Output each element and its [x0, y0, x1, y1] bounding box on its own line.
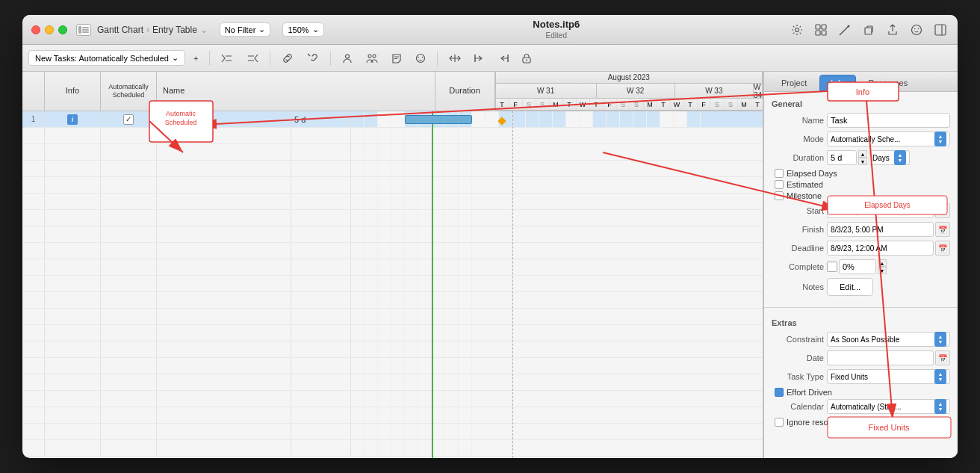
- link-button[interactable]: [276, 50, 299, 67]
- task-type-dropdown-arrow[interactable]: ▲ ▼: [934, 369, 946, 384]
- indent-right-button[interactable]: [216, 50, 238, 67]
- constraint-calendar-button[interactable]: 📅: [935, 350, 950, 365]
- task-row-empty-6[interactable]: [22, 210, 351, 226]
- cell-name-1[interactable]: Task: [157, 111, 291, 127]
- duration-field-row: Duration 5 d ▲ ▼ Days ▲: [772, 150, 950, 165]
- align-right-button[interactable]: [493, 51, 514, 66]
- complete-checkbox[interactable]: [827, 262, 837, 272]
- tab-info[interactable]: Info: [819, 75, 855, 91]
- breadcrumb-gantt[interactable]: Gantt Chart: [97, 25, 143, 35]
- note-button[interactable]: [386, 50, 407, 67]
- constraint-date-input[interactable]: [827, 350, 934, 365]
- elapsed-days-checkbox[interactable]: [775, 169, 784, 178]
- ignore-resource-checkbox[interactable]: [775, 418, 784, 427]
- task-row-empty-9[interactable]: [22, 259, 351, 276]
- constraint-dropdown-arrow[interactable]: ▲ ▼: [934, 332, 946, 347]
- task-row-empty-10[interactable]: [22, 276, 351, 292]
- name-input[interactable]: [827, 113, 950, 128]
- smiley-button[interactable]: [410, 50, 431, 67]
- task-row-empty-19[interactable]: [22, 424, 351, 440]
- task-row-empty-17[interactable]: [22, 391, 351, 407]
- unlink-button[interactable]: [302, 50, 324, 67]
- cell-auto-1[interactable]: ✓: [101, 111, 157, 127]
- auto-checkbox-1[interactable]: ✓: [123, 114, 134, 125]
- extras-section-title: Extras: [772, 315, 950, 332]
- tab-resources[interactable]: Resources: [858, 75, 919, 91]
- task-row-empty-3[interactable]: [22, 161, 351, 177]
- task-row-empty-15[interactable]: [22, 358, 351, 374]
- filter-dropdown[interactable]: No Filter ⌄: [220, 22, 271, 37]
- task-row-empty-11[interactable]: [22, 292, 351, 309]
- grid-day-14: [526, 111, 539, 127]
- finish-date-input[interactable]: 8/3/23, 5:00 PM: [827, 222, 934, 237]
- indent-left-button[interactable]: [241, 50, 264, 67]
- effort-driven-checkbox[interactable]: [775, 388, 784, 397]
- grid-icon[interactable]: [813, 22, 829, 38]
- new-tasks-button[interactable]: New Tasks: Automatically Scheduled ⌄: [28, 50, 185, 66]
- tab-project[interactable]: Project: [770, 75, 818, 91]
- add-task-button[interactable]: +: [188, 51, 203, 66]
- calendar-dropdown-arrow[interactable]: ▲ ▼: [934, 399, 946, 414]
- zoom-control[interactable]: 150% ⌄: [282, 22, 323, 37]
- assign-button[interactable]: [337, 50, 358, 67]
- complete-down-button[interactable]: ▼: [878, 267, 887, 274]
- maximize-button[interactable]: [58, 25, 67, 34]
- duration-unit-dropdown[interactable]: Days ▲ ▼: [869, 150, 910, 165]
- deadline-field-row: Deadline 8/9/23, 12:00 AM 📅: [772, 241, 950, 256]
- estimated-checkbox[interactable]: [775, 180, 784, 189]
- task-row-empty-14[interactable]: [22, 341, 351, 358]
- task-row-empty-18[interactable]: [22, 407, 351, 424]
- expand-horizontal-button[interactable]: [444, 51, 466, 66]
- constraint-dropdown[interactable]: As Soon As Possible ▲ ▼: [827, 332, 950, 347]
- close-button[interactable]: [31, 25, 40, 34]
- settings-icon[interactable]: [789, 22, 805, 38]
- duration-value[interactable]: 5 d: [827, 150, 857, 165]
- duration-unit-arrow[interactable]: ▲ ▼: [894, 150, 906, 165]
- task-row-empty-13[interactable]: [22, 325, 351, 341]
- task-row-1[interactable]: 1 i ✓ Task 5 d: [22, 111, 351, 128]
- finish-calendar-button[interactable]: 📅: [935, 222, 950, 237]
- task-bar-1[interactable]: [405, 115, 472, 124]
- copy-icon[interactable]: [860, 22, 877, 38]
- svg-point-14: [914, 28, 916, 29]
- milestone-checkbox[interactable]: [775, 191, 784, 200]
- panel-toggle-icon[interactable]: [932, 22, 949, 38]
- task-row-empty-5[interactable]: [22, 194, 351, 210]
- calendar-dropdown[interactable]: Automatically (Stan... ▲ ▼: [827, 399, 950, 414]
- task-row-empty-8[interactable]: [22, 243, 351, 259]
- lock-button[interactable]: [517, 50, 536, 67]
- task-row-empty-12[interactable]: [22, 309, 351, 325]
- deadline-date-input[interactable]: 8/9/23, 12:00 AM: [827, 241, 934, 256]
- task-row-empty-16[interactable]: [22, 374, 351, 391]
- task-type-dropdown[interactable]: Fixed Units ▲ ▼: [827, 369, 950, 384]
- task-row-empty-20[interactable]: [22, 440, 351, 457]
- chart-row-1: [351, 111, 763, 128]
- task-row-empty-1[interactable]: [22, 128, 351, 144]
- notes-edit-button[interactable]: Edit...: [827, 278, 873, 296]
- breadcrumb-entry-table[interactable]: Entry Table: [152, 25, 197, 35]
- minimize-button[interactable]: [45, 25, 54, 34]
- wand-icon[interactable]: [837, 22, 853, 38]
- emoji-icon[interactable]: [908, 22, 925, 38]
- cell-info-1: i: [45, 111, 101, 127]
- share-icon[interactable]: [884, 22, 901, 38]
- start-date-input[interactable]: 7/28/23, 8:00 AM: [827, 203, 934, 218]
- cell-duration-1[interactable]: 5 d: [291, 111, 351, 127]
- complete-percent-input[interactable]: 0%: [839, 259, 876, 274]
- complete-up-button[interactable]: ▲: [878, 259, 887, 267]
- task-row-empty-2[interactable]: [22, 144, 351, 161]
- svg-line-10: [840, 34, 841, 35]
- duration-down-button[interactable]: ▼: [858, 158, 867, 165]
- deadline-calendar-button[interactable]: 📅: [935, 241, 950, 256]
- mode-dropdown[interactable]: Automatically Sche... ▲ ▼: [827, 132, 950, 146]
- duration-up-button[interactable]: ▲: [858, 150, 867, 158]
- chart-row-empty-19: [351, 424, 763, 440]
- chart-row-empty-4: [351, 177, 763, 194]
- task-row-empty-7[interactable]: [22, 226, 351, 243]
- task-row-empty-4[interactable]: [22, 177, 351, 194]
- resource-button[interactable]: [361, 50, 383, 67]
- mode-dropdown-arrow[interactable]: ▲ ▼: [934, 132, 946, 146]
- start-calendar-button[interactable]: 📅: [935, 203, 950, 218]
- align-left-button[interactable]: [469, 51, 490, 66]
- sidebar-toggle-button[interactable]: [76, 24, 91, 36]
